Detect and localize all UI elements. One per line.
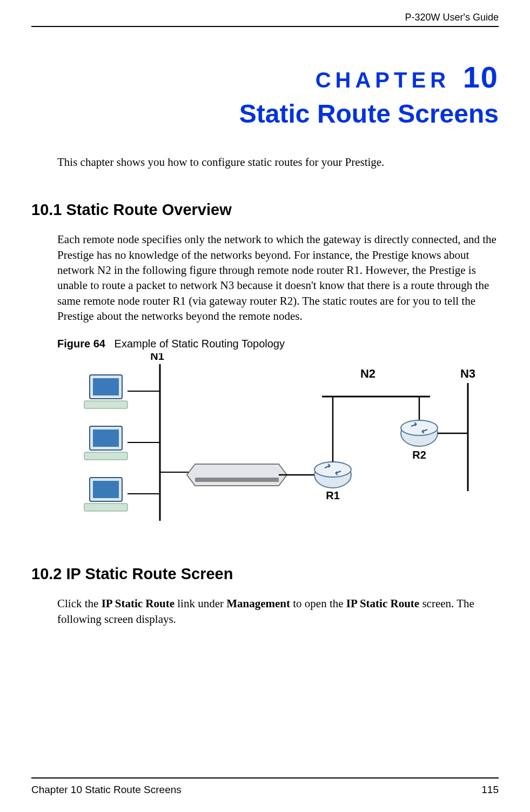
section-10-2-heading: 10.2 IP Static Route Screen [31, 565, 499, 583]
router-r1-icon [314, 462, 351, 488]
figure-caption-text: Example of Static Routing Topology [115, 338, 285, 350]
svg-rect-7 [84, 452, 128, 460]
ip-static-route-bold: IP Static Route [102, 597, 175, 610]
svg-marker-14 [187, 464, 287, 486]
svg-rect-2 [93, 378, 119, 395]
management-bold: Management [226, 597, 290, 610]
header-guide-title: P-320W User's Guide [405, 12, 499, 23]
section-10-1-body: Each remote node specifies only the netw… [57, 232, 499, 324]
page-footer: Chapter 10 Static Route Screens 115 [31, 777, 499, 796]
svg-rect-6 [93, 430, 119, 447]
ip-static-route-screen-bold: IP Static Route [346, 597, 419, 610]
footer-chapter-ref: Chapter 10 Static Route Screens [31, 784, 182, 796]
chapter-label-text: CHAPTER [316, 68, 450, 92]
gateway-device-icon [160, 464, 287, 486]
n3-label: N3 [460, 367, 475, 380]
chapter-intro: This chapter shows you how to configure … [57, 155, 499, 170]
svg-rect-15 [195, 478, 279, 482]
computer-icon [84, 375, 160, 408]
computer-icon [84, 426, 160, 460]
svg-rect-10 [93, 481, 119, 498]
topology-diagram: N1 [57, 353, 479, 532]
footer-rule [31, 777, 499, 779]
r1-label: R1 [326, 489, 340, 501]
section-10-2-body: Click the IP Static Route link under Man… [57, 596, 499, 627]
header-rule [31, 26, 499, 27]
footer-page-number: 115 [481, 784, 499, 796]
section-10-1-heading: 10.1 Static Route Overview [31, 201, 499, 219]
svg-point-18 [314, 462, 351, 477]
svg-rect-3 [84, 401, 128, 408]
n1-label: N1 [150, 353, 164, 362]
chapter-label: CHAPTER 10 [31, 59, 499, 95]
router-r2-icon [401, 420, 438, 446]
r2-label: R2 [412, 449, 426, 461]
chapter-title: Static Route Screens [31, 99, 499, 129]
svg-rect-11 [84, 504, 128, 511]
figure-label: Figure 64 [57, 338, 105, 350]
chapter-number: 10 [463, 60, 499, 94]
n2-label: N2 [360, 367, 375, 380]
figure-caption: Figure 64 Example of Static Routing Topo… [57, 338, 499, 350]
svg-point-23 [401, 420, 438, 435]
computer-icon [84, 478, 160, 511]
